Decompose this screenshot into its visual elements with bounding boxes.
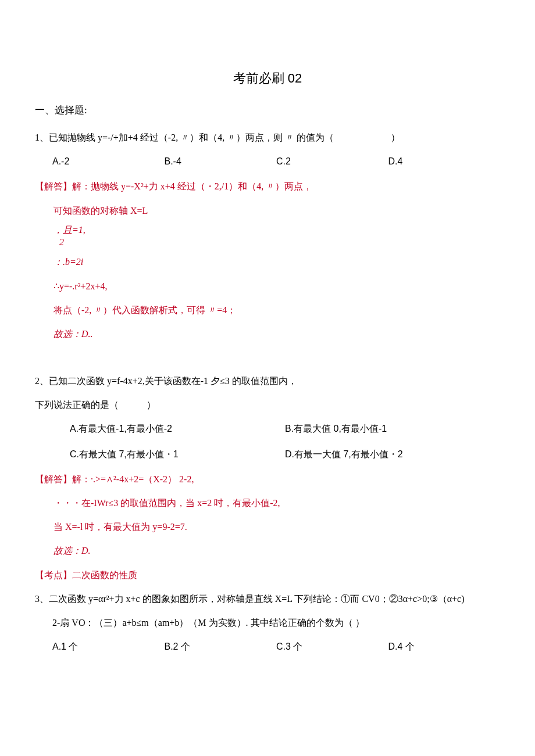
q3-opt-d: D.4 个 [388, 636, 501, 657]
q1-opt-b: B.-4 [165, 151, 277, 171]
q1-opt-c: C.2 [276, 151, 388, 171]
q2-stem1: 2、已知二次函数 y=f-4x+2,关于该函数在-1 夕≤3 的取值范围内， [35, 371, 500, 391]
q1-sol-l4: ：.b=2i [54, 252, 500, 272]
q1-options: A.-2 B.-4 C.2 D.4 [52, 151, 500, 171]
q3-stem1: 3、二次函数 y=αr²+力 x+c 的图象如图所示，对称轴是直线 X=L 下列… [35, 589, 500, 609]
q1-sol-l1: 【解答】解：抛物线 y=-X²+力 x+4 经过（・2,/1）和（4, 〃）两点… [35, 176, 500, 196]
q1-sol-l7: 故选：D.. [54, 324, 500, 344]
q2-stem2-text: 下列说法正确的是（ [35, 400, 119, 410]
q2-sol-l2: ・・・在-IWr≤3 的取值范围内，当 x=2 吋，有最小值-2, [54, 493, 500, 513]
q2-stem2-close: ） [147, 400, 156, 410]
q1-opt-a: A.-2 [52, 151, 165, 171]
q1-stem: 1、已知抛物线 y=-/+加+4 经过（-2, 〃）和（4, 〃）两点，则 〃 … [35, 127, 500, 148]
q2-sol-l4: 故选：D. [54, 540, 500, 561]
q1-sol-frac: ，且=1, 2 [54, 224, 500, 249]
q2-stem2: 下列说法正确的是（ ） [35, 395, 500, 415]
q3-opt-c: C.3 个 [276, 636, 388, 657]
q1-sol-l2: 可知函数的对称轴 X=L [54, 200, 500, 221]
q3-opt-a: A.1 个 [52, 636, 165, 657]
q2-opt-c: C.有最大值 7,有最小值・1 [70, 444, 285, 464]
q2-sol-l3: 当 X=-l 吋，有最大值为 y=9-2=7. [54, 517, 500, 537]
q3-stem2: 2-扇 VO：（三）a+b≤m（am+b）（M 为实数）. 其中结论正确的个数为… [52, 612, 500, 633]
q2-sol-l1: 【解答】解：·.>=∧²-4x+2=（X-2） 2-2, [35, 469, 500, 489]
q1-sol-l5: ∴y=-.r²+2x+4, [54, 276, 500, 296]
q1-stem-text: 1、已知抛物线 y=-/+加+4 经过（-2, 〃）和（4, 〃）两点，则 〃 … [35, 132, 334, 142]
page-title: 考前必刷 02 [35, 70, 500, 87]
q2-opt-b: B.有最大值 0,有最小值-1 [285, 418, 500, 439]
q1-stem-close: ） [391, 132, 400, 142]
section-heading: 一、选择题: [35, 103, 500, 117]
q1-sol-l6: 将点（-2, 〃）代入函数解析式，可得 〃=4； [54, 300, 500, 320]
q2-options-row2: C.有最大值 7,有最小值・1 D.有最一大值 7,有最小值・2 [70, 444, 500, 464]
q2-opt-d: D.有最一大值 7,有最小值・2 [285, 444, 500, 464]
q1-opt-d: D.4 [388, 151, 501, 171]
q2-opt-a: A.有最大值-1,有最小值-2 [70, 418, 285, 439]
q1-sol-frac-top: ，且=1, [54, 225, 85, 235]
q3-opt-b: B.2 个 [165, 636, 277, 657]
q3-options: A.1 个 B.2 个 C.3 个 D.4 个 [52, 636, 500, 657]
q2-topic: 【考点】二次函数的性质 [35, 565, 500, 585]
q1-sol-frac-bottom: 2 [54, 237, 70, 249]
q2-options-row1: A.有最大值-1,有最小值-2 B.有最大值 0,有最小值-1 [70, 418, 500, 439]
